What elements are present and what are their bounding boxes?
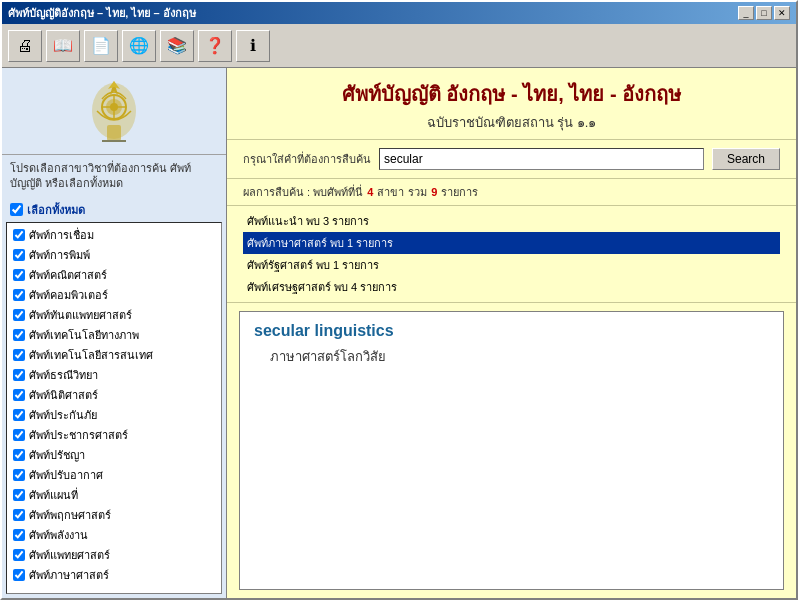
result-list: ศัพท์แนะนำ พบ 3 รายการศัพท์ภาษาศาสตร์ พบ…: [227, 206, 796, 303]
category-item[interactable]: ศัพท์คอมพิวเตอร์: [7, 285, 221, 305]
info-button[interactable]: ℹ: [236, 30, 270, 62]
maximize-button[interactable]: □: [756, 6, 772, 20]
category-list[interactable]: ศัพท์การเชื่อมศัพท์การพิมพ์ศัพท์คณิตศาสต…: [6, 222, 222, 594]
category-checkbox-14[interactable]: [13, 509, 25, 521]
definition-meaning: ภาษาศาสตร์โลกวิสัย: [254, 346, 769, 367]
result-total-label: รวม: [408, 183, 427, 201]
category-checkbox-3[interactable]: [13, 289, 25, 301]
category-label: ศัพท์ทันตแพทยศาสตร์: [29, 306, 132, 324]
category-checkbox-12[interactable]: [13, 469, 25, 481]
title-bar: ศัพท์บัญญัติอังกฤษ – ไทย, ไทย – อังกฤษ _…: [2, 2, 796, 24]
stack-button[interactable]: 📚: [160, 30, 194, 62]
definition-term: secular linguistics: [254, 322, 769, 340]
category-item[interactable]: ศัพท์ธรณีวิทยา: [7, 365, 221, 385]
minimize-button[interactable]: _: [738, 6, 754, 20]
category-label: ศัพท์นิติศาสตร์: [29, 386, 98, 404]
category-item[interactable]: ศัพท์ประกันภัย: [7, 405, 221, 425]
result-summary-prefix: ผลการสืบค้น : พบศัพท์ที่นี่: [243, 183, 363, 201]
select-all-label: เลือกทั้งหมด: [27, 201, 85, 219]
result-summary: ผลการสืบค้น : พบศัพท์ที่นี่ 4 สาขา รวม 9…: [227, 179, 796, 206]
result-count: 4: [367, 186, 373, 198]
close-button[interactable]: ✕: [774, 6, 790, 20]
main-title: ศัพท์บัญญัติ อังกฤษ - ไทย, ไทย - อังกฤษ: [247, 78, 776, 110]
category-checkbox-17[interactable]: [13, 569, 25, 581]
sidebar-instruction: โปรดเลือกสาขาวิชาที่ต้องการค้น ศัพท์บัญญ…: [2, 155, 226, 198]
category-checkbox-6[interactable]: [13, 349, 25, 361]
result-item-1[interactable]: ศัพท์ภาษาศาสตร์ พบ 1 รายการ: [243, 232, 780, 254]
category-checkbox-7[interactable]: [13, 369, 25, 381]
category-label: ศัพท์ธรณีวิทยา: [29, 366, 98, 384]
category-item[interactable]: ศัพท์ปรับอากาศ: [7, 465, 221, 485]
category-label: ศัพท์ประกันภัย: [29, 406, 97, 424]
main-subtitle: ฉบับราชบัณฑิตยสถาน รุ่น ๑.๑: [247, 112, 776, 133]
category-checkbox-1[interactable]: [13, 249, 25, 261]
category-label: ศัพท์เทคโนโลยีสารสนเทศ: [29, 346, 153, 364]
window-controls: _ □ ✕: [738, 6, 790, 20]
category-checkbox-8[interactable]: [13, 389, 25, 401]
search-button[interactable]: Search: [712, 148, 780, 170]
search-label: กรุณาใส่คำที่ต้องการสืบค้น: [243, 150, 371, 168]
window-title: ศัพท์บัญญัติอังกฤษ – ไทย, ไทย – อังกฤษ: [8, 4, 196, 22]
search-row: กรุณาใส่คำที่ต้องการสืบค้น Search: [227, 140, 796, 179]
category-item[interactable]: ศัพท์การพิมพ์: [7, 245, 221, 265]
result-total: 9: [431, 186, 437, 198]
category-checkbox-11[interactable]: [13, 449, 25, 461]
category-label: ศัพท์แพทยศาสตร์: [29, 546, 110, 564]
category-checkbox-10[interactable]: [13, 429, 25, 441]
sidebar-logo-area: [2, 68, 226, 155]
print-button[interactable]: 🖨: [8, 30, 42, 62]
category-label: ศัพท์การพิมพ์: [29, 246, 90, 264]
category-checkbox-5[interactable]: [13, 329, 25, 341]
content-area: โปรดเลือกสาขาวิชาที่ต้องการค้น ศัพท์บัญญ…: [2, 68, 796, 598]
category-checkbox-4[interactable]: [13, 309, 25, 321]
category-item[interactable]: ศัพท์การเชื่อม: [7, 225, 221, 245]
category-item[interactable]: ศัพท์ปรัชญา: [7, 445, 221, 465]
category-item[interactable]: ศัพท์แพทยศาสตร์: [7, 545, 221, 565]
category-checkbox-16[interactable]: [13, 549, 25, 561]
category-label: ศัพท์ประชากรศาสตร์: [29, 426, 128, 444]
logo-emblem: [84, 76, 144, 146]
category-item[interactable]: ศัพท์พลังงาน: [7, 525, 221, 545]
svg-rect-8: [107, 125, 121, 141]
result-unit: รายการ: [441, 183, 478, 201]
select-all-row[interactable]: เลือกทั้งหมด: [2, 198, 226, 222]
category-label: ศัพท์ภาษาศาสตร์: [29, 566, 109, 584]
category-checkbox-13[interactable]: [13, 489, 25, 501]
category-item[interactable]: ศัพท์คณิตศาสตร์: [7, 265, 221, 285]
main-header: ศัพท์บัญญัติ อังกฤษ - ไทย, ไทย - อังกฤษ …: [227, 68, 796, 140]
result-item-3[interactable]: ศัพท์เศรษฐศาสตร์ พบ 4 รายการ: [243, 276, 780, 298]
category-item[interactable]: ศัพท์เทคโนโลยีทางภาพ: [7, 325, 221, 345]
category-label: ศัพท์การเชื่อม: [29, 226, 94, 244]
globe-button[interactable]: 🌐: [122, 30, 156, 62]
category-label: ศัพท์คอมพิวเตอร์: [29, 286, 108, 304]
category-label: ศัพท์ปรับอากาศ: [29, 466, 103, 484]
category-item[interactable]: ศัพท์แผนที่: [7, 485, 221, 505]
category-checkbox-2[interactable]: [13, 269, 25, 281]
category-label: ศัพท์ปรัชญา: [29, 446, 85, 464]
toolbar: 🖨 📖 📄 🌐 📚 ❓ ℹ: [2, 24, 796, 68]
category-checkbox-15[interactable]: [13, 529, 25, 541]
category-item[interactable]: ศัพท์เทคโนโลยีสารสนเทศ: [7, 345, 221, 365]
category-item[interactable]: ศัพท์พฤกษศาสตร์: [7, 505, 221, 525]
result-branch-label: สาขา: [377, 183, 404, 201]
select-all-checkbox[interactable]: [10, 203, 23, 216]
category-item[interactable]: ศัพท์ประชากรศาสตร์: [7, 425, 221, 445]
book-button[interactable]: 📖: [46, 30, 80, 62]
definition-area: secular linguistics ภาษาศาสตร์โลกวิสัย: [239, 311, 784, 590]
category-checkbox-9[interactable]: [13, 409, 25, 421]
category-checkbox-0[interactable]: [13, 229, 25, 241]
document-button[interactable]: 📄: [84, 30, 118, 62]
main-window: ศัพท์บัญญัติอังกฤษ – ไทย, ไทย – อังกฤษ _…: [0, 0, 798, 600]
category-item[interactable]: ศัพท์ภาษาศาสตร์: [7, 565, 221, 585]
category-item[interactable]: ศัพท์นิติศาสตร์: [7, 385, 221, 405]
help-button[interactable]: ❓: [198, 30, 232, 62]
category-label: ศัพท์แผนที่: [29, 486, 78, 504]
search-input[interactable]: [379, 148, 704, 170]
result-item-2[interactable]: ศัพท์รัฐศาสตร์ พบ 1 รายการ: [243, 254, 780, 276]
sidebar: โปรดเลือกสาขาวิชาที่ต้องการค้น ศัพท์บัญญ…: [2, 68, 227, 598]
result-item-0[interactable]: ศัพท์แนะนำ พบ 3 รายการ: [243, 210, 780, 232]
category-item[interactable]: ศัพท์ทันตแพทยศาสตร์: [7, 305, 221, 325]
category-label: ศัพท์คณิตศาสตร์: [29, 266, 107, 284]
category-label: ศัพท์พฤกษศาสตร์: [29, 506, 111, 524]
main-panel: ศัพท์บัญญัติ อังกฤษ - ไทย, ไทย - อังกฤษ …: [227, 68, 796, 598]
